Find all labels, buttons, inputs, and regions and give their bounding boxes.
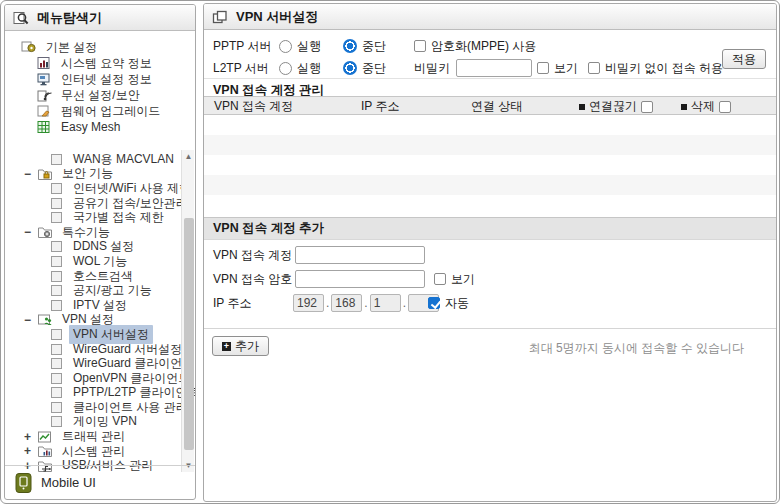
scroll-up-icon[interactable]: ▲ [182, 150, 195, 163]
collapse-icon[interactable]: − [23, 167, 32, 181]
password-view-checkbox[interactable]: 보기 [434, 270, 475, 288]
ip-address-label: IP 주소 [213, 295, 293, 312]
sidebar-item[interactable]: 기본 설정 [5, 39, 179, 55]
page-leaf-icon [51, 285, 62, 296]
window-gear-icon [21, 40, 37, 54]
page-leaf-icon [51, 256, 62, 267]
page-leaf-icon [51, 416, 62, 427]
page-leaf-icon [51, 373, 62, 384]
page-leaf-icon [51, 344, 62, 355]
sidebar-item-label: Easy Mesh [57, 119, 124, 135]
apply-button[interactable]: 적용 [722, 49, 766, 69]
pptp-run-radio[interactable]: 실행 [279, 37, 321, 55]
radio-icon[interactable] [279, 62, 292, 75]
sidebar-item[interactable]: 펌웨어 업그레이드 [5, 103, 179, 119]
page-leaf-icon [51, 198, 62, 209]
ip-dot: . [326, 296, 329, 310]
chart-icon [36, 56, 52, 70]
pptp-server-label: PPTP 서버 [213, 38, 279, 55]
expand-icon[interactable]: + [23, 430, 32, 444]
ip-octet-3-input[interactable] [370, 294, 401, 312]
folder-lock-icon [37, 167, 53, 181]
page-leaf-icon [51, 402, 62, 413]
vpn-server-settings-panel: VPN 서버설정 PPTP 서버 실행 중단 암호화(MPPE) 사용 L2TP… [203, 3, 777, 502]
ip-dot: . [364, 296, 367, 310]
max-users-note: 최대 5명까지 동시에 접속할 수 있습니다 [529, 340, 744, 357]
collapse-icon[interactable]: − [23, 313, 32, 327]
traffic-icon [37, 430, 53, 444]
plus-icon: + [222, 342, 231, 351]
firmware-icon [36, 104, 52, 118]
ip-auto-checkbox[interactable]: 자동 [428, 294, 469, 312]
col-account: VPN 접속 계정 [214, 97, 293, 116]
col-status: 연결 상태 [471, 97, 522, 116]
bottom-divider [204, 328, 776, 329]
table-row [204, 135, 776, 155]
checkbox-icon[interactable] [537, 62, 549, 74]
secret-view-checkbox[interactable]: 보기 [537, 59, 578, 77]
folder-gear-icon [37, 225, 53, 239]
mppe-checkbox[interactable]: 암호화(MPPE) 사용 [414, 37, 536, 55]
col-delete: 삭제 [681, 97, 731, 116]
sidebar-item[interactable]: 인터넷 설정 정보 [5, 71, 179, 87]
menu-explorer-panel: 메뉴탐색기 기본 설정시스템 요약 정보인터넷 설정 정보무선 설정/보안펌웨어… [4, 4, 196, 500]
add-password-input[interactable] [295, 270, 425, 288]
scrollbar-thumb[interactable] [184, 218, 194, 450]
sidebar-item[interactable]: 시스템 요약 정보 [5, 55, 179, 71]
secret-key-label: 비밀키 [414, 60, 450, 77]
page-leaf-icon [51, 300, 62, 311]
sidebar-scrollbar[interactable]: ▲ ▼ [181, 150, 194, 472]
delete-all-checkbox[interactable] [719, 101, 731, 113]
checkbox-icon[interactable] [414, 40, 426, 52]
col-disconnect: 연결끊기 [579, 97, 653, 116]
menu-tree-scrollable: WAN용 MACVLAN−보안 기능인터넷/WiFi 사용 제한공유기 접속/보… [5, 152, 179, 473]
add-password-row: VPN 접속 암호 [213, 270, 425, 288]
l2tp-stop-radio[interactable]: 중단 [343, 59, 386, 77]
account-add-title: VPN 접속 계정 추가 [213, 220, 324, 237]
sidebar-item[interactable]: 무선 설정/보안 [5, 87, 179, 103]
add-password-label: VPN 접속 암호 [213, 271, 295, 288]
radio-checked-icon[interactable] [343, 39, 357, 53]
expand-icon[interactable]: + [23, 444, 32, 458]
system-icon [37, 444, 53, 458]
page-title: VPN 서버설정 [236, 8, 318, 26]
menu-tree-fixed: 기본 설정시스템 요약 정보인터넷 설정 정보무선 설정/보안펌웨어 업그레이드… [5, 39, 179, 135]
ip-dot: . [403, 296, 406, 310]
disconnect-all-checkbox[interactable] [641, 101, 653, 113]
page-leaf-icon [51, 212, 62, 223]
sidebar-header: 메뉴탐색기 [5, 5, 195, 31]
add-account-row: VPN 접속 계정 [213, 246, 425, 264]
add-button[interactable]: + 추가 [212, 336, 269, 356]
sidebar-item[interactable]: Easy Mesh [5, 119, 179, 135]
radio-icon[interactable] [279, 40, 292, 53]
router-admin-page: 메뉴탐색기 기본 설정시스템 요약 정보인터넷 설정 정보무선 설정/보안펌웨어… [0, 0, 780, 504]
account-table-header: VPN 접속 계정 IP 주소 연결 상태 연결끊기 삭제 [204, 96, 776, 115]
secret-key-input[interactable] [456, 59, 532, 77]
square-bullet-icon [579, 104, 585, 110]
radio-checked-icon[interactable] [343, 61, 357, 75]
checkbox-icon[interactable] [434, 273, 446, 285]
sidebar-item-label: 펌웨어 업그레이드 [57, 102, 164, 121]
pptp-stop-radio[interactable]: 중단 [343, 37, 386, 55]
checkbox-checked-icon[interactable] [428, 297, 440, 309]
secret-key-field-row: 비밀키 [414, 59, 532, 77]
ip-octet-1-input[interactable] [293, 294, 324, 312]
window-copy-icon [212, 10, 228, 24]
mobile-ui-link[interactable]: Mobile UI [5, 466, 195, 499]
page-leaf-icon [51, 154, 62, 165]
mobile-phone-icon [15, 473, 32, 493]
square-bullet-icon [681, 104, 687, 110]
sidebar-title: 메뉴탐색기 [37, 9, 102, 27]
page-leaf-icon [51, 387, 62, 398]
collapse-icon[interactable]: − [23, 225, 32, 239]
pptp-row: PPTP 서버 [213, 37, 279, 55]
mobile-ui-label: Mobile UI [41, 475, 96, 490]
l2tp-run-radio[interactable]: 실행 [279, 59, 321, 77]
ip-octet-2-input[interactable] [331, 294, 362, 312]
table-row [204, 175, 776, 195]
add-account-label: VPN 접속 계정 [213, 247, 295, 264]
checkbox-icon[interactable] [588, 62, 600, 74]
page-leaf-icon [51, 329, 62, 340]
add-account-input[interactable] [295, 246, 425, 264]
allow-no-secret-checkbox[interactable]: 비밀키 없이 접속 허용 [588, 59, 723, 77]
